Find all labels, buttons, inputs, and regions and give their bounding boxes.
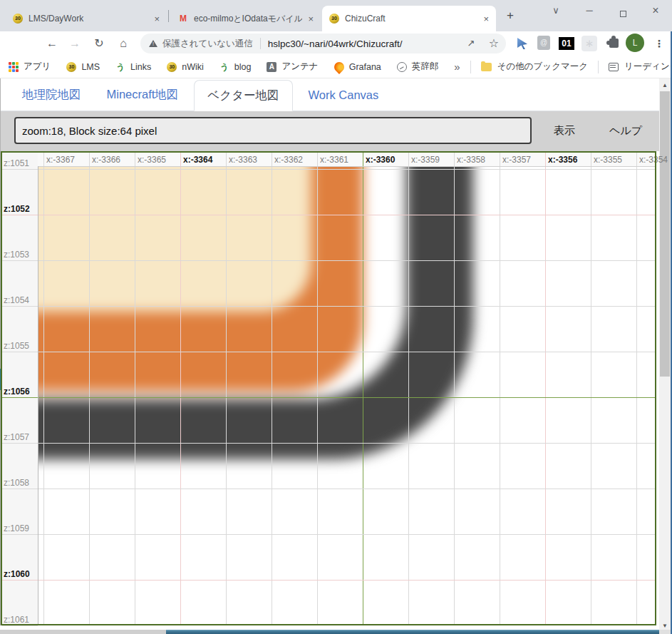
z-axis-label: z:1059	[4, 523, 29, 533]
tab-separator	[168, 10, 169, 22]
x-axis-label: x:-3361	[320, 155, 348, 165]
x-axis-label: x:-3365	[138, 155, 166, 165]
x-grid-tick	[226, 153, 227, 166]
badge-01-extension-icon[interactable]: 01	[559, 37, 574, 50]
grid-line-z	[38, 489, 655, 489]
address-bar[interactable]: ! 保護されていない通信 hslpc30/~nari/04wrk/Chizucr…	[140, 34, 506, 53]
extensions-puzzle-icon[interactable]	[606, 36, 621, 51]
x-axis-label: x:-3367	[46, 155, 75, 165]
bookmark-label: LMS	[81, 62, 100, 72]
bookmark-label: Links	[130, 62, 151, 72]
bookmark-links[interactable]: うLinks	[115, 62, 151, 72]
x-axis-label: x:-3364	[183, 155, 212, 165]
x-axis-header: x:-3367x:-3366x:-3365x:-3364x:-3363x:-33…	[38, 153, 655, 166]
grid-line-x	[226, 166, 227, 624]
grid-line-z	[38, 580, 655, 581]
show-button[interactable]: 表示	[554, 124, 575, 138]
forward-icon[interactable]: →	[66, 34, 84, 53]
close-tab-icon[interactable]: ×	[154, 14, 160, 24]
bookmark-label: アンテナ	[281, 61, 318, 73]
help-button[interactable]: ヘルプ	[609, 124, 642, 138]
page-tab-Minecraft地図[interactable]: Minecraft地図	[94, 79, 192, 111]
map-frame-top	[1, 151, 656, 153]
grid-line-z	[38, 352, 655, 352]
page-tab-ベクター地図[interactable]: ベクター地図	[194, 80, 292, 111]
bookmarks-overflow-chevron[interactable]: »	[454, 61, 460, 73]
new-tab-button[interactable]: +	[502, 7, 519, 24]
bookmarks-bar-right: » その他のブックマーク リーディング リスト	[454, 61, 672, 73]
map-toolbar: 表示 ヘルプ	[0, 111, 659, 151]
status-input[interactable]	[14, 117, 532, 144]
browser-tab-lms[interactable]: 30 LMS/DayWork ×	[6, 6, 167, 31]
map-canvas[interactable]	[38, 166, 655, 624]
scroll-up-arrow-icon[interactable]: ▲	[659, 80, 671, 91]
close-window-button[interactable]: ×	[647, 3, 664, 19]
map-frame-left	[1, 151, 2, 625]
bookmark-eijiro[interactable]: 英辞郎	[397, 61, 439, 73]
x-grid-tick	[500, 153, 500, 166]
vertical-scroll-thumb[interactable]	[660, 91, 670, 377]
z-axis-label: z:1057	[4, 432, 29, 442]
browser-menu-icon[interactable]: ⋮	[650, 34, 668, 53]
security-label[interactable]: 保護されていない通信	[162, 38, 253, 50]
reading-list-button[interactable]: リーディング リスト	[624, 61, 672, 73]
bookmark-nwiki[interactable]: 30nWiki	[167, 62, 204, 72]
doc-extension-icon[interactable]: @	[537, 36, 550, 50]
z-grid-tick	[2, 534, 38, 535]
grid-line-x	[363, 166, 363, 624]
minimize-button[interactable]: ─	[581, 3, 598, 19]
browser-tab-chizucraft-active[interactable]: 30 ChizuCraft ×	[322, 6, 496, 31]
bookmark-star-icon[interactable]: ☆	[485, 34, 503, 53]
cursor-extension-icon[interactable]	[515, 36, 530, 51]
grid-line-z	[38, 306, 655, 307]
share-icon[interactable]: ↗	[462, 34, 480, 53]
reload-icon[interactable]: ↻	[90, 34, 108, 53]
url-text[interactable]: hslpc30/~nari/04wrk/Chizucraft/	[268, 39, 403, 49]
close-tab-icon[interactable]: ×	[483, 14, 489, 24]
page-tab-地理院地図[interactable]: 地理院地図	[9, 79, 94, 111]
security-warning-icon[interactable]: !	[149, 40, 157, 47]
browser-window: 30 LMS/DayWork × M eco-milmoとIOdataモバイルル…	[0, 0, 672, 634]
page-tab-Work Canvas[interactable]: Work Canvas	[296, 79, 392, 111]
grid-line-z	[38, 397, 655, 398]
z-grid-tick	[2, 443, 38, 444]
tab-title: LMS/DayWork	[29, 14, 148, 24]
bookmark-blog[interactable]: うblog	[219, 62, 252, 72]
other-bookmarks-button[interactable]: その他のブックマーク	[497, 61, 588, 73]
close-tab-icon[interactable]: ×	[308, 14, 314, 24]
faded-extension-icon[interactable]: ∗	[581, 36, 597, 51]
browser-tab-mail[interactable]: M eco-milmoとIOdataモバイルルー ×	[171, 6, 321, 31]
horizontal-scroll-thumb[interactable]	[166, 630, 659, 634]
grid-line-x	[43, 166, 44, 624]
x-grid-tick	[454, 153, 455, 166]
x-grid-tick	[636, 153, 637, 166]
back-icon[interactable]: ←	[43, 34, 61, 53]
abadge-icon: A	[267, 62, 276, 72]
omnibox-divider	[260, 38, 261, 49]
z-grid-tick	[2, 489, 38, 489]
z-axis-label: z:1060	[4, 569, 30, 579]
bookmark-grafana[interactable]: Grafana	[334, 62, 381, 72]
x-grid-tick	[180, 153, 181, 166]
horizontal-scrollbar[interactable]	[0, 630, 659, 634]
grid-line-x	[636, 166, 637, 624]
z-axis-label: z:1053	[4, 250, 29, 260]
bookmark-apps[interactable]: アプリ	[9, 61, 51, 73]
profile-avatar[interactable]: L	[626, 34, 644, 52]
divider	[598, 61, 599, 73]
divider	[470, 61, 471, 73]
bookmark-lms[interactable]: 30LMS	[66, 62, 100, 72]
gmail-favicon: M	[178, 14, 188, 24]
x-axis-label: x:-3357	[502, 155, 531, 165]
x-grid-tick	[317, 153, 318, 166]
grid-line-x	[272, 166, 272, 624]
z-grid-tick	[2, 215, 38, 215]
vector-map-panel: x:-3367x:-3366x:-3365x:-3364x:-3363x:-33…	[1, 151, 656, 625]
grid-line-z	[38, 260, 655, 261]
chevron-down-icon[interactable]: ∨	[547, 3, 564, 19]
maximize-button[interactable]	[614, 6, 631, 22]
bookmark-antenna[interactable]: Aアンテナ	[267, 61, 318, 73]
z-grid-tick	[2, 625, 38, 626]
site-30-favicon: 30	[13, 14, 23, 24]
home-icon[interactable]: ⌂	[114, 34, 133, 53]
